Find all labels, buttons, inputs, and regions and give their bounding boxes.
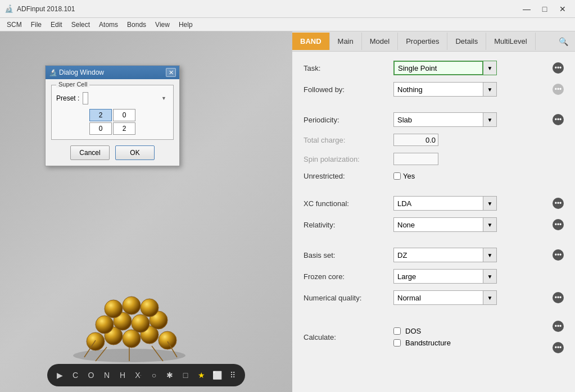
dialog-window: 🔬 Dialog Window ✕ Super Cell Preset : — [45, 65, 180, 166]
followed-by-dropdown-arrow[interactable]: ▼ — [483, 82, 497, 97]
periodicity-label: Periodicity: — [304, 116, 393, 124]
toolbar-square-icon[interactable]: □ — [180, 370, 191, 381]
matrix-cell-10[interactable] — [89, 122, 112, 135]
spin-polarization-input[interactable] — [393, 153, 438, 165]
ok-button[interactable]: OK — [115, 145, 155, 160]
search-icon[interactable]: 🔍 — [552, 33, 575, 51]
periodicity-dropdown-arrow[interactable]: ▼ — [483, 112, 497, 127]
dos-checkbox[interactable] — [393, 327, 401, 335]
xc-functional-row: XC functional: LDA ▼ ••• — [304, 196, 564, 211]
matrix-cell-11[interactable] — [113, 122, 135, 135]
followed-by-row: Followed by: Nothing ▼ ••• — [304, 82, 564, 97]
periodicity-value: Slab — [397, 116, 412, 124]
preset-select-wrapper — [83, 92, 169, 104]
minimize-button[interactable]: — — [519, 3, 535, 15]
tab-details[interactable]: Details — [447, 33, 486, 50]
numerical-quality-dropdown-arrow[interactable]: ▼ — [483, 290, 497, 305]
menu-file[interactable]: File — [26, 20, 46, 30]
basis-set-info-button[interactable]: ••• — [553, 249, 564, 261]
followed-by-info-button[interactable]: ••• — [553, 84, 564, 95]
viewport[interactable]: 🔬 Dialog Window ✕ Super Cell Preset : — [0, 31, 292, 392]
toolbar-x-icon[interactable]: X· — [133, 370, 144, 381]
relativity-dropdown[interactable]: None — [393, 217, 483, 232]
svg-point-12 — [141, 299, 159, 317]
unrestricted-yes-label: Yes — [403, 172, 415, 180]
followed-by-dropdown[interactable]: Nothing — [393, 82, 483, 97]
tab-model[interactable]: Model — [362, 33, 398, 50]
numerical-quality-info-button[interactable]: ••• — [553, 292, 564, 303]
tab-band[interactable]: BAND — [292, 33, 330, 50]
svg-point-3 — [123, 330, 141, 348]
right-panel: BAND Main Model Properties Details Multi… — [292, 31, 575, 392]
task-dropdown-arrow[interactable]: ▼ — [483, 61, 497, 75]
tab-main[interactable]: Main — [330, 33, 362, 50]
menu-help[interactable]: Help — [174, 20, 197, 30]
toolbar-c-icon[interactable]: C — [70, 370, 81, 381]
spin-polarization-control — [393, 153, 564, 165]
dialog-title-bar: 🔬 Dialog Window ✕ — [46, 66, 179, 79]
basis-set-dropdown-arrow[interactable]: ▼ — [483, 248, 497, 262]
toolbar-circle-icon[interactable]: ○ — [148, 370, 160, 381]
toolbar-grid-icon[interactable]: ⠿ — [227, 370, 238, 381]
toolbar-h-icon[interactable]: H — [117, 370, 128, 381]
toolbar-n-icon[interactable]: N — [101, 370, 112, 381]
app-icon: 🔬 — [4, 4, 13, 13]
periodicity-info-button[interactable]: ••• — [553, 114, 564, 125]
toolbar-star-icon[interactable]: ★ — [196, 370, 207, 381]
relativity-dropdown-arrow[interactable]: ▼ — [483, 217, 497, 232]
frozen-core-dropdown[interactable]: Large — [393, 269, 483, 284]
xc-functional-dropdown-arrow[interactable]: ▼ — [483, 196, 497, 211]
relativity-row: Relativity: None ▼ ••• — [304, 217, 564, 232]
svg-point-11 — [123, 297, 141, 314]
dialog-icon: 🔬 — [49, 69, 57, 76]
cancel-button[interactable]: Cancel — [70, 145, 110, 160]
unrestricted-control: Yes — [393, 172, 564, 180]
matrix-cell-01[interactable] — [113, 109, 135, 121]
task-row: Task: Single Point ▼ ••• — [304, 61, 564, 75]
calculate-dos-info-button[interactable]: ••• — [553, 321, 564, 332]
frozen-core-dropdown-arrow[interactable]: ▼ — [483, 269, 497, 284]
toolbar-play-icon[interactable]: ▶ — [54, 370, 65, 381]
dos-row: DOS — [393, 327, 421, 335]
task-info-button[interactable]: ••• — [553, 62, 564, 74]
menu-select[interactable]: Select — [67, 20, 94, 30]
toolbar-gear-icon[interactable]: ✱ — [164, 370, 175, 381]
menu-atoms[interactable]: Atoms — [94, 20, 123, 30]
xc-functional-info-button[interactable]: ••• — [553, 198, 564, 209]
xc-functional-dropdown[interactable]: LDA — [393, 196, 483, 211]
dialog-buttons: Cancel OK — [51, 145, 174, 160]
bandstructure-row: Bandstructure — [393, 339, 451, 347]
bandstructure-checkbox[interactable] — [393, 339, 401, 347]
relativity-label: Relativity: — [304, 221, 393, 229]
maximize-button[interactable]: □ — [537, 3, 553, 15]
title-bar: 🔬 ADFinput 2018.101 — □ ✕ — [0, 0, 575, 18]
menu-view[interactable]: View — [151, 20, 174, 30]
toolbar-frame-icon[interactable]: ⬜ — [211, 370, 223, 381]
numerical-quality-value: Normal — [397, 294, 421, 302]
preset-select[interactable] — [83, 92, 88, 104]
close-button[interactable]: ✕ — [555, 3, 571, 15]
tab-properties[interactable]: Properties — [398, 33, 447, 50]
matrix-cell-00[interactable] — [89, 109, 112, 121]
numerical-quality-control: Normal ▼ — [393, 290, 548, 305]
total-charge-input[interactable]: 0.0 — [393, 134, 438, 146]
dialog-body: Super Cell Preset : — [46, 79, 179, 166]
total-charge-control: 0.0 — [393, 134, 564, 146]
menu-edit[interactable]: Edit — [46, 20, 67, 30]
unrestricted-checkbox[interactable] — [393, 172, 401, 180]
menu-scm[interactable]: SCM — [2, 20, 26, 30]
calculate-bandstructure-info-button[interactable]: ••• — [553, 342, 564, 353]
menu-bonds[interactable]: Bonds — [123, 20, 151, 30]
relativity-info-button[interactable]: ••• — [553, 219, 564, 230]
periodicity-dropdown[interactable]: Slab — [393, 112, 483, 127]
app-title: ADFinput 2018.101 — [17, 5, 519, 13]
toolbar-o-icon[interactable]: O — [85, 370, 97, 381]
numerical-quality-dropdown[interactable]: Normal — [393, 290, 483, 305]
tab-multilevel[interactable]: MultiLevel — [486, 33, 536, 50]
basis-set-dropdown[interactable]: DZ — [393, 248, 483, 262]
dialog-close-button[interactable]: ✕ — [166, 68, 176, 77]
xc-functional-label: XC functional: — [304, 199, 393, 208]
task-dropdown[interactable]: Single Point — [393, 61, 483, 75]
xc-functional-control: LDA ▼ — [393, 196, 548, 211]
separator-2 — [304, 187, 564, 196]
